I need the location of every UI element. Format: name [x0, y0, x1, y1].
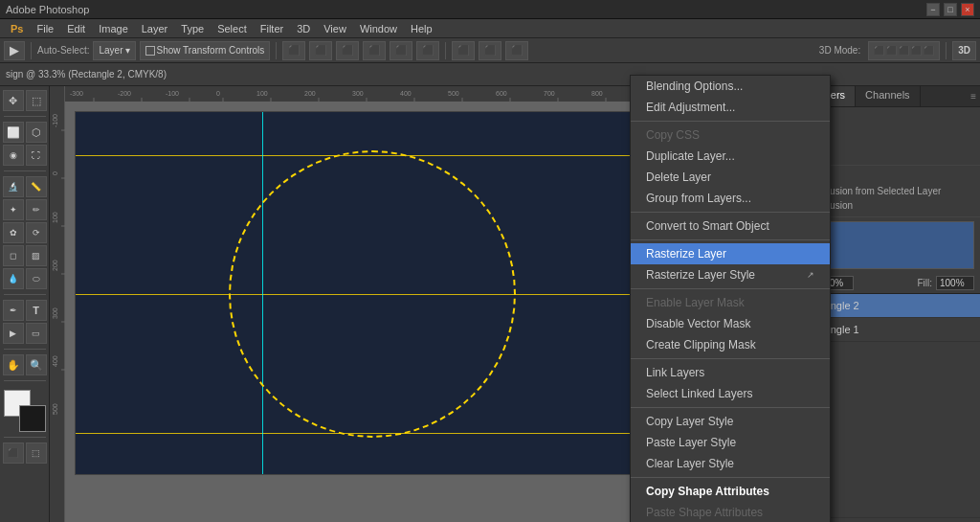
align-right-btn[interactable]: ⬛ [336, 41, 359, 60]
dist-h-btn[interactable]: ⬛ [452, 41, 475, 60]
tool-row-6: ✿ ⟳ [3, 222, 47, 243]
svg-text:-100: -100 [52, 114, 58, 127]
ctx-sep-1 [631, 121, 830, 122]
3d-mode-icons[interactable]: ⬛⬛⬛⬛⬛ [868, 41, 940, 60]
menu-filter[interactable]: Filter [254, 21, 290, 36]
tool-row-1: ✥ ⬚ [3, 90, 47, 111]
shape-tool[interactable]: ▭ [26, 323, 47, 344]
align-left-btn[interactable]: ⬛ [282, 41, 305, 60]
blur-tool[interactable]: 💧 [3, 268, 24, 289]
tool-row-4: 🔬 📏 [3, 176, 47, 197]
lasso-tool[interactable]: ⬡ [26, 122, 47, 143]
tool-row-3: ◉ ⛶ [3, 145, 47, 166]
svg-text:0: 0 [216, 90, 220, 97]
menu-image[interactable]: Image [92, 21, 135, 36]
ctx-convert-smart[interactable]: Convert to Smart Object [631, 216, 830, 237]
menu-file[interactable]: File [30, 21, 60, 36]
menu-select[interactable]: Select [211, 21, 254, 36]
tool-sep-1 [4, 116, 46, 117]
ctx-rasterize-layer-style[interactable]: Rasterize Layer Style ↗ [631, 264, 830, 285]
ctx-enable-layer-mask: Enable Layer Mask [631, 292, 830, 313]
ctx-copy-shape-attrs[interactable]: Copy Shape Attributes [631, 481, 830, 502]
menu-edit[interactable]: Edit [60, 21, 92, 36]
background-color[interactable] [19, 405, 46, 432]
ctx-link-layers[interactable]: Link Layers [631, 362, 830, 383]
menu-layer[interactable]: Layer [135, 21, 175, 36]
history-brush-tool[interactable]: ⟳ [26, 222, 47, 243]
minimize-button[interactable]: − [926, 3, 940, 16]
menu-help[interactable]: Help [404, 21, 439, 36]
quick-select-tool[interactable]: ◉ [3, 145, 24, 166]
ctx-group-from-layers[interactable]: Group from Layers... [631, 188, 830, 209]
artboard-tool[interactable]: ⬚ [26, 90, 47, 111]
eyedropper-tool[interactable]: 🔬 [3, 176, 24, 197]
toolbar-sep-4 [946, 42, 947, 59]
ctx-paste-layer-style[interactable]: Paste Layer Style [631, 432, 830, 453]
dodge-tool[interactable]: ⬭ [26, 268, 47, 289]
ctx-clear-layer-style[interactable]: Clear Layer Style [631, 453, 830, 474]
eraser-tool[interactable]: ◻ [3, 245, 24, 266]
dist-v-btn[interactable]: ⬛ [479, 41, 501, 60]
3d-label-btn[interactable]: 3D [952, 41, 976, 60]
auto-select-label: Auto-Select: [37, 45, 89, 56]
align-bottom-btn[interactable]: ⬛ [416, 41, 439, 60]
ctx-duplicate-layer[interactable]: Duplicate Layer... [631, 146, 830, 167]
crop-tool[interactable]: ⛶ [26, 145, 47, 166]
align-top-btn[interactable]: ⬛ [363, 41, 386, 60]
menu-type[interactable]: Type [174, 21, 211, 36]
ctx-delete-layer[interactable]: Delete Layer [631, 167, 830, 188]
ctx-disable-vector-mask[interactable]: Disable Vector Mask [631, 313, 830, 334]
ctx-rasterize-layer[interactable]: Rasterize Layer [631, 243, 830, 264]
menu-window[interactable]: Window [353, 21, 404, 36]
brush-tool[interactable]: ✏ [26, 199, 47, 220]
ctx-select-linked[interactable]: Select Linked Layers [631, 383, 830, 404]
ctx-edit-adjustment[interactable]: Edit Adjustment... [631, 97, 830, 118]
ctx-copy-layer-style[interactable]: Copy Layer Style [631, 411, 830, 432]
tool-row-8: 💧 ⬭ [3, 268, 47, 289]
ctx-sep-6 [631, 407, 830, 408]
menu-3d[interactable]: 3D [290, 21, 317, 36]
tool-select-btn[interactable]: ▶ [4, 41, 25, 60]
svg-text:800: 800 [591, 90, 603, 97]
zoom-tool[interactable]: 🔍 [26, 354, 47, 375]
ctx-create-clipping-mask[interactable]: Create Clipping Mask [631, 334, 830, 355]
layer-dropdown[interactable]: Layer ▾ [93, 41, 135, 60]
type-tool[interactable]: T [26, 300, 47, 321]
context-menu: Blending Options... Edit Adjustment... C… [630, 75, 831, 522]
ruler-tool[interactable]: 📏 [26, 176, 47, 197]
toolbar-sep-1 [31, 42, 32, 59]
svg-text:-200: -200 [118, 90, 131, 97]
tool-row-5: ✦ ✏ [3, 199, 47, 220]
cursor-indicator: ↗ [807, 270, 814, 280]
tool-row-2: ⬜ ⬡ [3, 122, 47, 143]
hand-tool[interactable]: ✋ [3, 354, 24, 375]
close-button[interactable]: × [961, 3, 974, 16]
3d-mode-label: 3D Mode: [819, 45, 860, 56]
spot-heal-tool[interactable]: ✦ [3, 199, 24, 220]
fill-label: Fill: [917, 278, 932, 288]
move-tool[interactable]: ✥ [3, 90, 24, 111]
align-middle-btn[interactable]: ⬛ [390, 41, 412, 60]
app-title: Adobe Photoshop [6, 4, 89, 15]
tool-sep-4 [4, 349, 46, 350]
fill-input[interactable] [936, 276, 974, 290]
tab-channels[interactable]: Channels [856, 86, 920, 106]
path-select-tool[interactable]: ▶ [3, 323, 24, 344]
maximize-button[interactable]: □ [944, 3, 957, 16]
pen-tool[interactable]: ✒ [3, 300, 24, 321]
quick-mask-btn[interactable]: ⬛ [3, 443, 24, 464]
marquee-tool[interactable]: ⬜ [3, 122, 24, 143]
dist-c-btn[interactable]: ⬛ [505, 41, 528, 60]
vertical-ruler: -100 0 100 200 300 400 500 [50, 102, 65, 522]
svg-text:-100: -100 [166, 90, 179, 97]
panel-menu-icon[interactable]: ≡ [970, 91, 976, 102]
clone-tool[interactable]: ✿ [3, 222, 24, 243]
show-transform-btn[interactable]: Show Transform Controls [140, 41, 271, 60]
svg-text:-300: -300 [70, 90, 83, 97]
align-center-btn[interactable]: ⬛ [309, 41, 332, 60]
menu-ps[interactable]: Ps [4, 21, 30, 36]
menu-view[interactable]: View [317, 21, 353, 36]
ctx-blending-options[interactable]: Blending Options... [631, 76, 830, 97]
gradient-tool[interactable]: ▨ [26, 245, 47, 266]
screen-mode-btn[interactable]: ⬚ [26, 443, 47, 464]
